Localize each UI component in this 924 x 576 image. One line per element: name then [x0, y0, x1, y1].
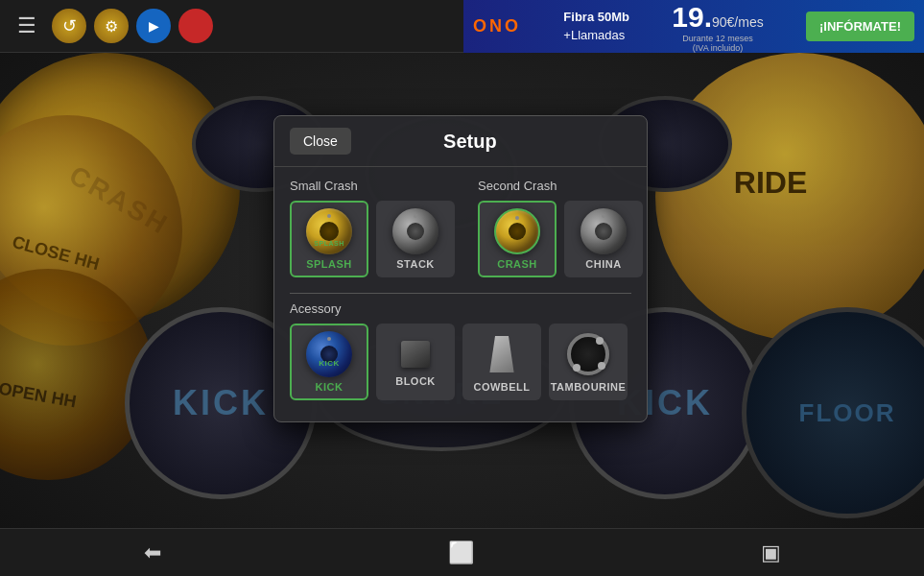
ad-line1: Fibra 50Mb: [563, 9, 629, 26]
knob-indicator: [602, 214, 605, 218]
recent-apps-button[interactable]: ▣: [742, 533, 800, 573]
home-button[interactable]: ⬜: [429, 533, 493, 573]
china-label: CHINA: [585, 258, 621, 270]
small-crash-row: SPLASH STACK: [290, 201, 455, 277]
cowbell-item[interactable]: COWBELL: [462, 324, 541, 400]
ad-content: ONO: [473, 16, 521, 36]
ad-banner: ONO Fibra 50Mb +Llamadas 19.90€/mes Dura…: [463, 0, 924, 53]
setup-modal: Close Setup Small Crash SPLASH: [273, 115, 648, 422]
setup-close-button[interactable]: Close: [290, 128, 351, 155]
settings-button[interactable]: ⚙: [94, 9, 129, 43]
refresh-button[interactable]: ↺: [52, 9, 86, 43]
section-divider-hr: [290, 293, 631, 294]
kick-item[interactable]: KICK: [290, 324, 368, 400]
splash-item[interactable]: SPLASH: [290, 201, 368, 277]
knob-indicator: [515, 216, 519, 220]
ad-line2: +Llamadas: [563, 27, 629, 44]
knob-indicator: [327, 337, 331, 341]
ad-price-block: 19.90€/mes Durante 12 meses (IVA incluid…: [672, 1, 763, 53]
crash-knob: [494, 208, 540, 254]
stack-item[interactable]: STACK: [376, 201, 455, 277]
crash-label: CRASH: [497, 258, 537, 270]
bg-cymbal-ride: [655, 53, 924, 341]
cowbell-knob: [479, 331, 525, 377]
play-button[interactable]: ▶: [136, 9, 171, 43]
ad-text: Fibra 50Mb +Llamadas: [563, 9, 629, 43]
ad-price-note: Durante 12 meses: [672, 34, 763, 43]
ad-price-decimal: 90€/mes: [712, 14, 764, 30]
block-label: BLOCK: [395, 375, 436, 387]
stack-knob: [392, 208, 438, 254]
block-knob: [392, 337, 438, 372]
setup-header: Close Setup: [274, 116, 647, 167]
knob-indicator: [414, 214, 417, 218]
tambourine-label: TAMBOURINE: [551, 381, 627, 393]
tambourine-knob: [565, 331, 611, 377]
splash-knob: [306, 208, 352, 254]
tambourine-item[interactable]: TAMBOURINE: [549, 324, 628, 400]
navbar-bottom: ⬅ ⬜ ▣: [0, 528, 924, 576]
setup-body: Small Crash SPLASH STACK: [274, 167, 647, 421]
ad-cta-button[interactable]: ¡INFÓRMATE!: [806, 12, 914, 41]
back-button[interactable]: ⬅: [125, 533, 180, 573]
cowbell-label: COWBELL: [473, 381, 530, 393]
block-item[interactable]: BLOCK: [376, 324, 455, 400]
ad-logo: ONO: [473, 16, 521, 36]
kick-knob: [306, 331, 352, 377]
setup-title: Setup: [367, 131, 631, 153]
crash-item[interactable]: CRASH: [478, 201, 557, 277]
kick-label: KICK: [316, 381, 344, 393]
accessory-section: Acessory KICK BLOCK: [290, 301, 631, 400]
stack-label: STACK: [396, 258, 435, 270]
menu-button[interactable]: ☰: [10, 9, 44, 43]
accessory-title: Acessory: [290, 301, 631, 316]
knob-indicator: [327, 214, 331, 218]
record-button[interactable]: [178, 9, 213, 43]
ad-price-big: 19.: [672, 1, 712, 33]
splash-label: SPLASH: [306, 258, 352, 270]
small-crash-title: Small Crash: [290, 179, 455, 193]
small-crash-section: Small Crash SPLASH STACK: [290, 179, 462, 283]
second-crash-row: CRASH CHINA: [478, 201, 643, 277]
second-crash-title: Second Crash: [478, 179, 643, 193]
china-knob: [580, 208, 627, 254]
ad-price-note2: (IVA incluido): [672, 43, 763, 53]
setup-crash-sections: Small Crash SPLASH STACK: [290, 179, 631, 283]
china-item[interactable]: CHINA: [564, 201, 643, 277]
second-crash-section: Second Crash CRASH CHINA: [470, 179, 643, 283]
accessory-row: KICK BLOCK COWBELL: [290, 324, 631, 400]
topbar-icons: ☰ ↺ ⚙ ▶: [10, 9, 213, 43]
